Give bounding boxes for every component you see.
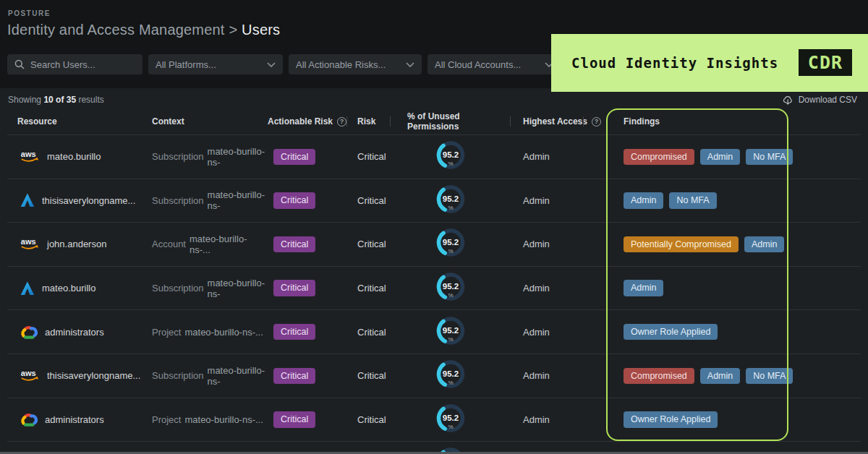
column-header-resource: Resource	[7, 116, 152, 127]
column-header-findings: Findings	[603, 116, 861, 127]
actionable-risk-cell: Critical	[268, 149, 347, 165]
unused-permissions-cell: 95.2 %	[391, 140, 511, 174]
table-row[interactable]: aws mateo.burillo Subscription mateo-bur…	[7, 134, 861, 179]
table-row[interactable]: administrators Project mateo-burillo-ns-…	[7, 309, 861, 354]
breadcrumb-separator: >	[229, 22, 242, 38]
table-row[interactable]: thisisaverylongname... Subscription mate…	[7, 179, 861, 223]
column-header-risk: Risk	[347, 116, 391, 127]
search-input[interactable]: Search Users...	[7, 54, 142, 74]
context-value: mateo-burillo-ns-	[208, 146, 268, 168]
cloud-accounts-dropdown[interactable]: All Cloud Accounts...	[427, 54, 561, 74]
context-cell: Subscription mateo-burillo-ns-	[152, 278, 268, 299]
search-placeholder: Search Users...	[30, 59, 95, 70]
resource-cell: aws mateo.burillo	[7, 150, 152, 163]
actionable-risk-cell: Critical	[268, 192, 347, 208]
context-type: Subscription	[152, 370, 204, 381]
help-icon[interactable]: ?	[592, 117, 601, 127]
context-value: mateo-burillo-ns-...	[184, 414, 263, 425]
actionable-risk-badge: Critical	[273, 236, 315, 252]
unused-permissions-cell: 95.2 %	[391, 359, 511, 393]
breadcrumb-current: Users	[242, 22, 280, 38]
actionable-risk-badge: Critical	[273, 324, 315, 340]
highest-access-cell: Admin	[511, 239, 603, 249]
findings-cell: Owner Role Applied	[603, 411, 861, 427]
svg-text:95.2: 95.2	[443, 194, 459, 203]
section-eyebrow: POSTURE	[8, 9, 51, 17]
svg-text:95.2: 95.2	[443, 326, 459, 335]
table-row[interactable]: aws john.anderson Account mateo-burillo-…	[7, 222, 861, 266]
actionable-risks-dropdown[interactable]: All Actionable Risks...	[289, 54, 422, 74]
unused-permissions-cell: 95.2 %	[391, 227, 511, 261]
risk-cell: Critical	[347, 370, 391, 381]
highest-access-cell: Admin	[511, 414, 603, 425]
aws-icon: aws	[20, 150, 40, 163]
help-icon[interactable]: ?	[337, 117, 346, 127]
download-csv-button[interactable]: Download CSV	[783, 95, 857, 105]
findings-cell: CompromisedAdminNo MFA	[603, 368, 861, 384]
unused-permissions-gauge: 95.2 %	[434, 140, 467, 174]
chevron-down-icon	[267, 62, 276, 67]
resource-cell: aws thisisaverylongname...	[7, 369, 152, 382]
unused-permissions-gauge: 95.2 %	[434, 403, 467, 437]
highest-access-cell: Admin	[511, 195, 603, 206]
column-header-actionable-risk: Actionable Risk?	[268, 116, 347, 127]
finding-badge: Admin	[744, 236, 784, 252]
finding-badge: Admin	[700, 368, 740, 384]
context-cell: Project mateo-burillo-ns-...	[152, 414, 268, 425]
resource-cell: aws john.anderson	[7, 237, 152, 251]
resource-cell: administrators	[7, 413, 152, 427]
search-icon	[14, 59, 25, 69]
cloud-accounts-dropdown-label: All Cloud Accounts...	[435, 59, 521, 70]
platforms-dropdown[interactable]: All Platforms...	[148, 54, 283, 74]
context-cell: Account mateo-burillo-ns-...	[152, 234, 268, 255]
unused-permissions-cell: 95.2 %	[391, 403, 511, 437]
unused-permissions-gauge: 95.2 %	[434, 271, 467, 305]
context-cell: Subscription mateo-burillo-ns-	[152, 365, 268, 387]
findings-cell: Admin	[603, 280, 861, 296]
unused-permissions-cell: 95.2 %	[391, 315, 511, 349]
unused-permissions-gauge: 95.2 %	[434, 315, 467, 349]
finding-badge: Admin	[624, 192, 663, 208]
column-header-unused-permissions: % of Unused Permissions	[391, 116, 511, 127]
resource-cell: thisisaverylongname...	[7, 193, 152, 207]
svg-text:%: %	[448, 423, 453, 429]
finding-badge: Compromised	[624, 149, 694, 165]
iam-users-page: POSTURE Identity and Access Management >…	[0, 0, 868, 454]
svg-text:%: %	[448, 380, 453, 386]
svg-text:95.2: 95.2	[443, 369, 459, 378]
highest-access-cell: Admin	[511, 370, 603, 381]
findings-cell: Potentially CompromisedAdmin	[603, 236, 861, 252]
actionable-risk-cell: Critical	[268, 324, 347, 340]
actionable-risk-cell: Critical	[268, 411, 347, 427]
unused-permissions-gauge: 95.2 %	[434, 227, 467, 261]
svg-text:95.2: 95.2	[443, 238, 459, 247]
table-row[interactable]: mateo.burillo Subscription mateo-burillo…	[7, 266, 861, 310]
finding-badge: No MFA	[746, 368, 793, 384]
svg-text:%: %	[448, 292, 453, 299]
cdr-tag: CDR	[799, 49, 852, 76]
column-header-highest-access: Highest Access?	[511, 116, 603, 127]
users-table: Resource Context Actionable Risk? Risk %…	[7, 108, 861, 454]
resource-cell: administrators	[7, 325, 152, 339]
finding-badge: No MFA	[669, 192, 716, 208]
actionable-risk-badge: Critical	[273, 368, 315, 384]
table-header-row: Resource Context Actionable Risk? Risk %…	[7, 108, 861, 134]
finding-badge: Admin	[700, 149, 740, 165]
highest-access-cell: Admin	[511, 327, 603, 338]
risk-cell: Critical	[347, 414, 391, 425]
cloud-identity-insights-banner: Cloud Identity Insights CDR	[551, 34, 868, 92]
findings-cell: Owner Role Applied	[603, 324, 861, 340]
risk-cell: Critical	[347, 283, 391, 294]
breadcrumb-parent[interactable]: Identity and Access Management	[7, 22, 225, 38]
resource-name: mateo.burillo	[47, 151, 101, 162]
table-row[interactable]: administrators Project mateo-burillo-ns-…	[7, 398, 861, 442]
resource-name: administrators	[45, 327, 104, 338]
risk-cell: Critical	[347, 195, 391, 206]
table-row[interactable]: aws thisisaverylongname... Subscription …	[7, 354, 861, 398]
context-type: Project	[152, 414, 181, 425]
aws-icon: aws	[20, 369, 40, 382]
context-type: Subscription	[152, 151, 204, 162]
resource-name: mateo.burillo	[42, 283, 95, 294]
filter-bar: Search Users... All Platforms... All Act…	[7, 54, 561, 74]
download-cloud-icon	[783, 95, 793, 105]
